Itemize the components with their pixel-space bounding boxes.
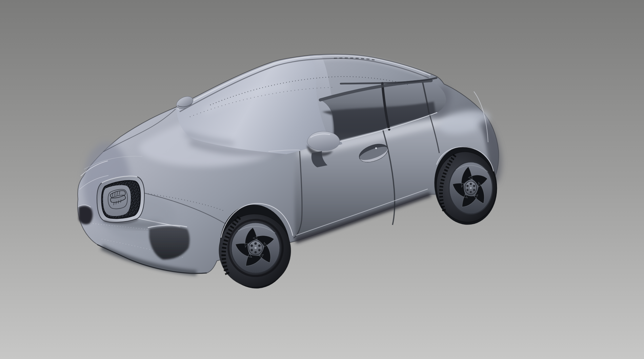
lug-nut	[473, 185, 476, 187]
lug-nut	[254, 242, 257, 245]
fog-recess	[79, 206, 93, 225]
lug-nut	[258, 249, 261, 252]
hub-center-cap	[255, 247, 257, 249]
lug-nut	[254, 251, 257, 254]
render-viewport[interactable]: Monochrome studio-style 3D render of a s…	[0, 0, 644, 359]
rear-rim	[449, 162, 493, 214]
car-render-canvas	[0, 0, 644, 359]
lug-nut	[473, 189, 476, 191]
lug-nut	[258, 245, 261, 247]
car-model	[78, 54, 502, 292]
lug-nut	[466, 185, 469, 187]
front-rim	[231, 222, 280, 274]
lug-nut	[250, 249, 253, 252]
lug-nut	[470, 183, 472, 185]
front-grille	[97, 176, 144, 223]
lug-nut	[250, 245, 253, 247]
lug-nut	[470, 191, 472, 193]
hub-center-cap	[470, 187, 471, 189]
lug-nut	[466, 189, 469, 191]
